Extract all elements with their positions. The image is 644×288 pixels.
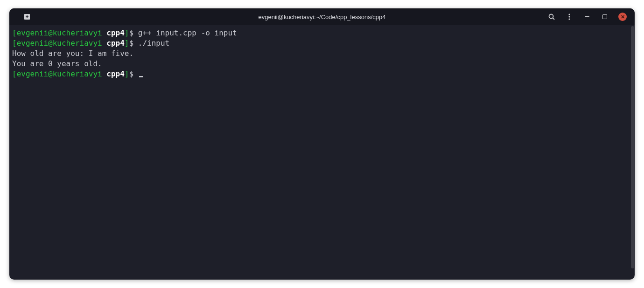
terminal-body[interactable]: [evgenii@kucheriavyi cpp4]$ g++ input.cp… bbox=[9, 25, 630, 280]
titlebar: evgenii@kucheriavyi:~/Code/cpp_lessons/c… bbox=[9, 8, 635, 25]
svg-rect-2 bbox=[27, 15, 28, 18]
output-line: How old are you: I am five. bbox=[12, 48, 627, 59]
command-text: ./input bbox=[133, 39, 169, 48]
svg-point-5 bbox=[568, 14, 570, 15]
titlebar-right: ✕ bbox=[547, 12, 631, 21]
minimize-icon bbox=[585, 16, 589, 17]
output-line: You are 0 years old. bbox=[12, 59, 627, 69]
kebab-menu-icon bbox=[566, 13, 573, 21]
terminal-window: evgenii@kucheriavyi:~/Code/cpp_lessons/c… bbox=[9, 8, 635, 280]
search-icon bbox=[548, 13, 555, 21]
minimize-button[interactable] bbox=[582, 12, 592, 21]
maximize-icon bbox=[602, 14, 607, 19]
prompt-line: [evgenii@kucheriavyi cpp4]$ bbox=[12, 69, 627, 79]
cursor bbox=[139, 76, 143, 77]
scrollbar[interactable] bbox=[630, 25, 635, 280]
close-icon: ✕ bbox=[618, 13, 627, 21]
command-text: g++ input.cpp -o input bbox=[133, 28, 237, 37]
prompt-line: [evgenii@kucheriavyi cpp4]$ g++ input.cp… bbox=[12, 28, 627, 38]
output-text: How old are you: I am five. bbox=[12, 49, 133, 58]
command-text bbox=[133, 69, 138, 78]
new-tab-button[interactable] bbox=[21, 11, 33, 22]
svg-point-3 bbox=[549, 14, 553, 19]
scrollbar-thumb[interactable] bbox=[631, 26, 634, 268]
close-button[interactable]: ✕ bbox=[618, 12, 627, 21]
prompt-line: [evgenii@kucheriavyi cpp4]$ ./input bbox=[12, 38, 627, 48]
svg-line-4 bbox=[553, 18, 555, 20]
terminal-area: [evgenii@kucheriavyi cpp4]$ g++ input.cp… bbox=[9, 25, 635, 280]
window-title: evgenii@kucheriavyi:~/Code/cpp_lessons/c… bbox=[9, 14, 635, 21]
titlebar-left bbox=[13, 11, 88, 22]
output-text: You are 0 years old. bbox=[12, 59, 102, 68]
search-button[interactable] bbox=[547, 12, 556, 21]
svg-point-6 bbox=[568, 16, 570, 17]
new-tab-icon bbox=[23, 13, 31, 21]
svg-point-7 bbox=[568, 18, 570, 20]
maximize-button[interactable] bbox=[600, 12, 609, 21]
menu-button[interactable] bbox=[565, 12, 574, 21]
